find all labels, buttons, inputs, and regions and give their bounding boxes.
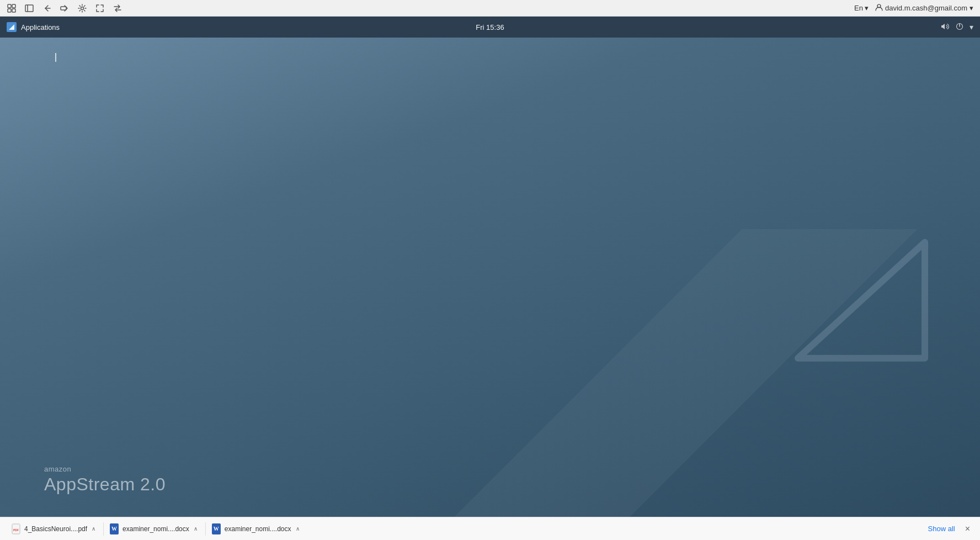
svg-text:PDF: PDF <box>13 528 19 532</box>
download-pdf-chevron-icon[interactable]: ∧ <box>92 526 95 532</box>
download-filename-pdf: 4_BasicsNeuroi....pdf <box>24 525 87 533</box>
browser-chrome-left <box>7 3 122 13</box>
svg-rect-1 <box>12 4 15 8</box>
settings-icon[interactable] <box>77 3 87 13</box>
app-icon <box>7 22 17 32</box>
lang-label: En <box>854 4 863 12</box>
power-icon[interactable] <box>955 22 964 33</box>
grid-icon[interactable] <box>7 3 17 13</box>
app-label: Applications <box>21 23 60 31</box>
forward-arrow-icon[interactable] <box>60 3 70 13</box>
download-divider-2 <box>205 522 206 536</box>
lang-chevron-icon: ▾ <box>865 4 869 12</box>
svg-marker-13 <box>798 242 925 358</box>
taskbar-applications[interactable]: Applications <box>7 22 60 32</box>
svg-rect-6 <box>61 7 66 10</box>
cursor <box>55 53 56 62</box>
lang-selector[interactable]: En ▾ <box>854 4 869 12</box>
pdf-file-icon: PDF <box>11 523 21 534</box>
branding: amazon AppStream 2.0 <box>44 465 166 495</box>
desktop: amazon AppStream 2.0 <box>0 38 980 517</box>
volume-icon[interactable] <box>941 22 950 33</box>
download-filename-docx-1: examiner_nomi....docx <box>122 525 189 533</box>
user-account[interactable]: david.m.cash@gmail.com ▾ <box>875 3 973 13</box>
taskbar-chevron-icon[interactable]: ▾ <box>970 23 973 31</box>
download-docx2-chevron-icon[interactable]: ∧ <box>296 526 300 532</box>
svg-rect-0 <box>8 4 11 8</box>
download-item-docx-1[interactable]: examiner_nomi....docx ∧ <box>105 521 202 537</box>
docx-file-icon-1 <box>109 523 119 534</box>
branding-appstream: AppStream 2.0 <box>44 474 166 495</box>
close-download-bar-button[interactable]: × <box>962 522 973 536</box>
svg-rect-4 <box>25 5 33 12</box>
svg-point-7 <box>81 7 84 9</box>
sidebar-icon[interactable] <box>24 3 34 13</box>
download-item-pdf[interactable]: PDF 4_BasicsNeuroi....pdf ∧ <box>7 521 100 537</box>
download-bar: PDF 4_BasicsNeuroi....pdf ∧ examiner_nom… <box>0 517 980 540</box>
show-all-button[interactable]: Show all <box>924 522 960 535</box>
swap-icon[interactable] <box>113 3 122 13</box>
browser-chrome-right: En ▾ david.m.cash@gmail.com ▾ <box>854 3 973 13</box>
watermark-triangle <box>781 237 936 372</box>
branding-amazon: amazon <box>44 465 166 473</box>
taskbar-right: ▾ <box>941 22 973 33</box>
download-item-docx-2[interactable]: examiner_nomi....docx ∧ <box>207 521 304 537</box>
user-icon <box>875 3 883 13</box>
download-docx1-chevron-icon[interactable]: ∧ <box>194 526 198 532</box>
expand-icon[interactable] <box>95 3 105 13</box>
taskbar: Applications Fri 15:36 ▾ <box>0 17 980 38</box>
docx-file-icon-2 <box>211 523 221 534</box>
svg-rect-3 <box>12 9 15 12</box>
taskbar-datetime: Fri 15:36 <box>476 23 504 31</box>
user-email: david.m.cash@gmail.com <box>885 4 967 12</box>
browser-chrome: En ▾ david.m.cash@gmail.com ▾ <box>0 0 980 17</box>
svg-rect-2 <box>8 9 11 12</box>
download-filename-docx-2: examiner_nomi....docx <box>225 525 291 533</box>
user-chevron-icon: ▾ <box>970 4 973 12</box>
back-arrow-icon[interactable] <box>42 3 52 13</box>
download-divider-1 <box>103 522 104 536</box>
